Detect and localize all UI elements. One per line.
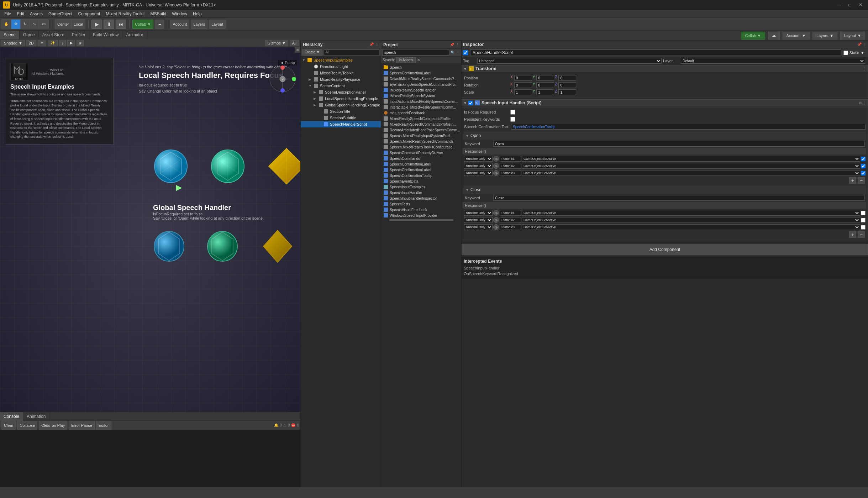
menu-item-window[interactable]: Window bbox=[169, 11, 190, 17]
project-item-10[interactable]: RecordArticulatedHandPoseSpeechComm... bbox=[381, 127, 461, 133]
position-x[interactable] bbox=[514, 75, 532, 81]
transform-header[interactable]: ▼ T Transform ⋮ bbox=[462, 65, 868, 72]
speech-conf-input[interactable] bbox=[511, 124, 866, 130]
keyword-input-open[interactable] bbox=[493, 141, 865, 147]
collab-button[interactable]: Collab ▼ bbox=[132, 20, 153, 29]
close-func-2[interactable]: GameObject.SetActive bbox=[522, 224, 860, 230]
project-item-speech[interactable]: Speech bbox=[381, 64, 461, 70]
clear-button[interactable]: Clear bbox=[1, 421, 16, 430]
grid-button[interactable]: # bbox=[77, 40, 84, 46]
project-item-24[interactable]: SpeechVisualFeedback bbox=[381, 207, 461, 213]
collapse-button[interactable]: Collapse bbox=[17, 421, 37, 430]
persistent-keywords-checkbox[interactable] bbox=[510, 117, 515, 122]
tree-item-playspace[interactable]: ▶ MixedRealityPlayspace bbox=[301, 76, 381, 83]
close-section-header[interactable]: ▼ Close bbox=[463, 186, 866, 194]
menu-item-help[interactable]: Help bbox=[190, 11, 205, 17]
asset-store-tab[interactable]: Asset Store bbox=[39, 31, 68, 39]
project-pin[interactable]: 📌 bbox=[450, 43, 454, 47]
error-pause-button[interactable]: Error Pause bbox=[69, 421, 95, 430]
position-y[interactable] bbox=[536, 75, 554, 81]
project-item-1[interactable]: SpeechConfirmationLabel bbox=[381, 70, 461, 76]
close-runtime-0[interactable]: Runtime Only bbox=[464, 210, 493, 216]
project-item-16[interactable]: SpeechConfirmationLabel bbox=[381, 161, 461, 167]
project-item-4[interactable]: IMixedRealitySpeechHandler bbox=[381, 87, 461, 93]
hand-tool[interactable]: ✋ bbox=[2, 20, 11, 29]
project-item-11[interactable]: Speech.MixedRealityInputSystemProfi... bbox=[381, 133, 461, 138]
close-func-1[interactable]: GameObject.SetActive bbox=[522, 217, 860, 223]
project-item-23[interactable]: SpeechTests bbox=[381, 201, 461, 207]
menu-item-gameobject[interactable]: GameObject bbox=[46, 11, 75, 17]
profiler-tab[interactable]: Profiler bbox=[68, 31, 89, 39]
console-tab[interactable]: Console bbox=[0, 412, 23, 421]
open-obj-btn-0[interactable]: ◎ bbox=[493, 156, 499, 162]
rotate-tool[interactable]: ↻ bbox=[21, 20, 30, 29]
project-item-3[interactable]: EyeTrackingDemoSpeechCommandsPro... bbox=[381, 82, 461, 87]
scale-x[interactable] bbox=[514, 89, 532, 95]
inspector-menu[interactable]: ⋮ bbox=[863, 42, 867, 46]
animator-tab[interactable]: Animator bbox=[122, 31, 147, 39]
build-window-tab[interactable]: Build Window bbox=[89, 31, 123, 39]
audio-button[interactable]: ♪ bbox=[59, 40, 66, 46]
project-item-15[interactable]: SpeechCommands bbox=[381, 156, 461, 161]
close-check-0[interactable] bbox=[861, 211, 866, 215]
close-button[interactable]: ✕ bbox=[856, 2, 865, 8]
hierarchy-search[interactable] bbox=[324, 49, 379, 55]
move-tool[interactable]: ✥ bbox=[11, 20, 21, 29]
layers-button[interactable]: Layers bbox=[191, 20, 207, 29]
close-add-btn[interactable]: + bbox=[849, 231, 856, 238]
layout-btn[interactable]: Layout ▼ bbox=[840, 32, 865, 40]
shading-button[interactable]: Shaded ▼ bbox=[1, 40, 25, 46]
animation-tab[interactable]: Animation bbox=[23, 412, 49, 421]
scene-canvas[interactable]: MRTK Works on All Windows Platforms Spee… bbox=[0, 47, 300, 412]
tree-item-dir-light[interactable]: Directional Light bbox=[301, 63, 381, 70]
project-item-6[interactable]: InputActions.MixedRealitySpeeechComm... bbox=[381, 99, 461, 104]
speech-enabled-checkbox[interactable] bbox=[468, 101, 473, 105]
tree-item-global-speech[interactable]: ▶ GlobalSpeechHandlingExample bbox=[301, 102, 381, 108]
search-icon[interactable]: 🔍 bbox=[451, 51, 455, 54]
rect-tool[interactable]: ▭ bbox=[39, 20, 48, 29]
close-check-1[interactable] bbox=[861, 218, 866, 222]
scene-close[interactable]: ✕ bbox=[295, 47, 300, 53]
scene-tab[interactable]: Scene bbox=[0, 31, 20, 39]
open-add-btn[interactable]: + bbox=[849, 177, 856, 184]
open-remove-btn[interactable]: − bbox=[858, 177, 865, 184]
focus-required-checkbox[interactable] bbox=[510, 110, 515, 115]
project-item-17[interactable]: SpeechConfirmationLabel bbox=[381, 167, 461, 173]
obj-name-input[interactable] bbox=[470, 49, 841, 56]
scale-tool[interactable]: ⤡ bbox=[30, 20, 39, 29]
account-btn[interactable]: Account ▼ bbox=[783, 32, 810, 40]
close-obj-1[interactable] bbox=[500, 217, 521, 223]
gizmos-button[interactable]: Gizmos ▼ bbox=[265, 40, 288, 46]
search-options[interactable]: ⋮ bbox=[456, 51, 460, 54]
window-controls[interactable]: — □ ✕ bbox=[835, 2, 865, 8]
account-button[interactable]: Account bbox=[170, 20, 189, 29]
close-obj-btn-2[interactable]: ◎ bbox=[493, 224, 499, 230]
menu-item-msbuild[interactable]: MSBuild bbox=[148, 11, 169, 17]
tree-item-scene-desc[interactable]: ▶ SceneDescriptionPanel bbox=[301, 89, 381, 95]
scale-z[interactable] bbox=[558, 89, 576, 95]
project-item-21[interactable]: SpeechInputHandler bbox=[381, 190, 461, 195]
close-obj-btn-0[interactable]: ◎ bbox=[493, 210, 499, 216]
project-item-19[interactable]: SpeechEventData bbox=[381, 178, 461, 184]
open-runtime-0[interactable]: Runtime Only bbox=[464, 156, 493, 162]
close-check-2[interactable] bbox=[861, 225, 866, 230]
global-button[interactable]: Local bbox=[72, 20, 85, 29]
menu-item-assets[interactable]: Assets bbox=[27, 11, 46, 17]
open-runtime-1[interactable]: Runtime Only bbox=[464, 163, 493, 169]
open-check-0[interactable] bbox=[861, 157, 866, 161]
step-button[interactable]: ⏭ bbox=[116, 20, 126, 29]
project-item-13[interactable]: Speech.MixedRealityToolkitConfiguratio..… bbox=[381, 144, 461, 150]
project-search-input[interactable] bbox=[383, 50, 449, 56]
open-func-2[interactable]: GameObject.SetActive bbox=[522, 170, 860, 176]
transform-menu[interactable]: ⋮ bbox=[863, 67, 866, 71]
minimize-button[interactable]: — bbox=[835, 2, 844, 8]
collab-btn[interactable]: Collab ▼ bbox=[741, 32, 765, 40]
project-item-14[interactable]: SpeechCommandPropertyDrawer bbox=[381, 150, 461, 156]
project-item-7[interactable]: Interactable_MixedRealitySpeechComm... bbox=[381, 104, 461, 110]
layer-select[interactable]: Default bbox=[681, 58, 865, 64]
cloud-button[interactable]: ☁ bbox=[155, 20, 164, 29]
project-item-12[interactable]: Speech.MixedRealitySpeechCommands bbox=[381, 138, 461, 144]
inspector-pin[interactable]: 📌 bbox=[857, 42, 862, 46]
2d-button[interactable]: 2D bbox=[26, 40, 36, 46]
rotation-y[interactable] bbox=[536, 82, 554, 88]
